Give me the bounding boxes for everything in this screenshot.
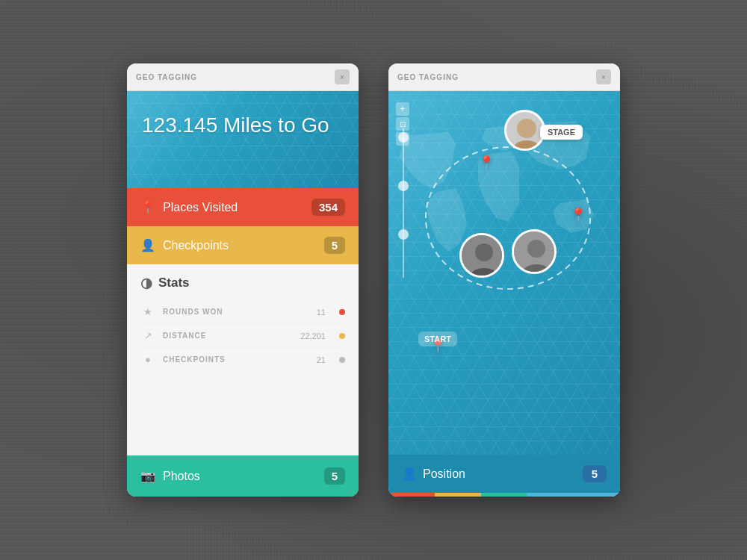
color-stripe xyxy=(388,493,620,497)
places-visited-label: Places Visited xyxy=(163,201,238,214)
checkpoints-row[interactable]: 👤 Checkpoints 5 xyxy=(127,226,359,264)
svg-point-4 xyxy=(475,243,493,261)
photos-left: 📷 Photos xyxy=(140,469,200,483)
zoom-out-button[interactable]: − xyxy=(396,132,409,146)
stats-section: ◑ Stats ★ ROUNDS WON 11 ↗ DISTANCE 22,20… xyxy=(127,264,359,382)
avatar-center-2 xyxy=(512,229,557,274)
position-label: Position xyxy=(423,467,465,481)
stats-distance-row: ↗ DISTANCE 22,201 xyxy=(140,324,345,348)
stats-label: Stats xyxy=(158,276,190,290)
pin-top-center: 📍 xyxy=(478,155,495,171)
checkpoints-left: 👤 Checkpoints xyxy=(140,238,229,252)
zoom-fit-button[interactable]: ⊡ xyxy=(396,117,409,131)
card-left: GEO TAGGING × 123.145 Miles to Go 📍 Plac… xyxy=(127,63,359,497)
distance-dot xyxy=(339,333,345,339)
svg-point-7 xyxy=(527,240,545,258)
distance-value: 22,201 xyxy=(300,332,326,340)
distance-label: DISTANCE xyxy=(163,332,293,340)
position-bar: 👤 Position 5 xyxy=(388,455,620,493)
checkpoints-stat-icon: ● xyxy=(140,354,155,365)
miles-to-go-text: 123.145 Miles to Go xyxy=(142,113,344,137)
camera-icon: 📷 xyxy=(140,469,155,483)
position-value: 5 xyxy=(583,465,607,482)
svg-point-0 xyxy=(426,147,590,289)
stripe-red xyxy=(388,493,435,497)
rounds-dot xyxy=(339,309,345,315)
chart-icon: ◑ xyxy=(140,275,152,291)
position-left: 👤 Position xyxy=(402,467,465,481)
rounds-label: ROUNDS WON xyxy=(163,308,309,316)
position-user-icon: 👤 xyxy=(402,467,417,481)
stripe-blue xyxy=(527,493,620,497)
card2-title: GEO TAGGING xyxy=(397,73,459,81)
avatar-center-1 xyxy=(459,233,504,278)
stats-checkpoints-row: ● CHECKPOINTS 21 xyxy=(140,348,345,371)
card1-header: GEO TAGGING × xyxy=(127,63,359,91)
places-visited-left: 📍 Places Visited xyxy=(140,200,238,214)
stats-rounds-row: ★ ROUNDS WON 11 xyxy=(140,300,345,324)
card2-header: GEO TAGGING × xyxy=(388,63,620,91)
route-line xyxy=(403,128,404,278)
checkpoints-dot xyxy=(339,357,345,363)
photos-value: 5 xyxy=(324,467,345,485)
pin-right: 📍 xyxy=(570,207,586,223)
card2-close-button[interactable]: × xyxy=(596,69,611,84)
rounds-value: 11 xyxy=(317,308,326,317)
svg-point-1 xyxy=(517,119,536,138)
route-dot-3 xyxy=(398,229,409,240)
zoom-controls: + ⊡ − xyxy=(396,102,409,146)
user-icon: 👤 xyxy=(140,238,155,252)
route-dot-2 xyxy=(398,181,409,191)
zoom-in-button[interactable]: + xyxy=(396,102,409,116)
checkpoints-value: 5 xyxy=(324,237,345,254)
photos-row[interactable]: 📷 Photos 5 xyxy=(127,455,359,497)
stats-title-row: ◑ Stats xyxy=(140,275,345,291)
stripe-yellow xyxy=(435,493,481,497)
card-right: GEO TAGGING × + ⊡ − xyxy=(388,63,620,497)
checkpoints-label: Checkpoints xyxy=(163,239,229,252)
start-label: START xyxy=(418,332,457,346)
photos-label: Photos xyxy=(163,470,200,483)
stripe-teal xyxy=(481,493,527,497)
card1-title: GEO TAGGING xyxy=(136,73,197,81)
map-area: + ⊡ − 📍 📍 📍 STAGE xyxy=(388,91,620,455)
checkpoints-stat-value: 21 xyxy=(317,355,326,364)
places-visited-value: 354 xyxy=(311,199,345,216)
hero-map-area: 123.145 Miles to Go xyxy=(127,91,359,188)
card1-close-button[interactable]: × xyxy=(335,69,350,84)
pin-icon: 📍 xyxy=(140,200,155,214)
rounds-icon: ★ xyxy=(140,306,155,317)
places-visited-row[interactable]: 📍 Places Visited 354 xyxy=(127,188,359,226)
checkpoints-stat-label: CHECKPOINTS xyxy=(163,355,309,364)
distance-icon: ↗ xyxy=(140,330,155,341)
avatar-stage xyxy=(504,110,545,151)
stage-label: STAGE xyxy=(540,125,583,140)
